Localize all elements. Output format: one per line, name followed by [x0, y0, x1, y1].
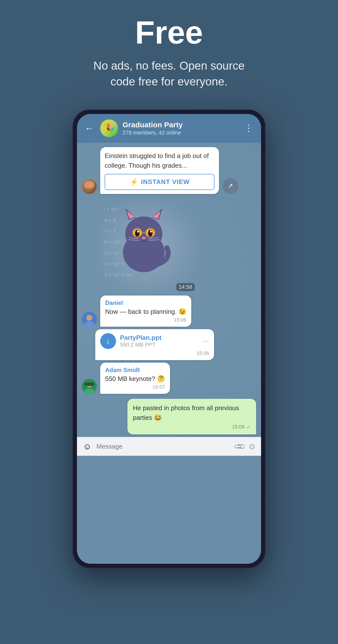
file-size: 550.2 MB PPT: [120, 342, 198, 348]
input-bar: ☺ 📎 ⊙: [77, 437, 261, 456]
page-wrapper: Free No ads, no fees. Open source code f…: [0, 0, 338, 644]
group-name: Graduation Party: [122, 121, 238, 129]
own-message-area: He pasted in photos from all previous pa…: [77, 396, 261, 437]
adam-message-row: Adam Smidt 550 MB keynote? 🤔 15:07: [77, 362, 261, 396]
file-name: PartyPlan.ppt: [120, 334, 198, 342]
sticker-time: 14:58: [176, 283, 195, 291]
iv-message-area: Einstein struggled to find a job out of …: [77, 143, 261, 196]
message-input[interactable]: [96, 443, 230, 450]
daniel-message-text: Now — back to planning. 😉: [105, 308, 186, 316]
group-avatar: 🎉: [100, 120, 118, 137]
iv-message-text: Einstein struggled to find a job out of …: [105, 151, 215, 170]
chat-body: Einstein struggled to find a job out of …: [77, 143, 261, 564]
file-time: 15:06: [100, 350, 209, 356]
adam-message-text: 550 MB keynote? 🤔: [105, 375, 165, 383]
camera-button[interactable]: ⊙: [249, 442, 255, 451]
sticker-area: l = πr² A = θ V = l³ P = 2πr A = πr² s =…: [77, 196, 261, 296]
back-button[interactable]: ←: [83, 122, 96, 134]
phone-shell: ← 🎉 Graduation Party 278 members, 42 onl…: [72, 110, 266, 568]
attach-button[interactable]: 📎: [233, 440, 246, 453]
file-more-button[interactable]: ⋯: [202, 336, 209, 345]
avatar-adam: [82, 379, 97, 394]
instant-view-button[interactable]: ⚡ INSTANT VIEW: [105, 174, 215, 190]
avatar-girl: [82, 179, 97, 194]
daniel-time: 15:06: [105, 317, 186, 323]
phone-inner: ← 🎉 Graduation Party 278 members, 42 onl…: [77, 114, 261, 564]
emoji-button[interactable]: ☺: [83, 442, 91, 451]
own-check-icon: ✓: [247, 424, 251, 430]
adam-bubble: Adam Smidt 550 MB keynote? 🤔 15:07: [100, 362, 170, 394]
svg-point-8: [135, 230, 140, 236]
own-message-bubble: He pasted in photos from all previous pa…: [127, 399, 256, 434]
instant-view-label: INSTANT VIEW: [141, 178, 190, 186]
cat-sticker-svg: [109, 201, 178, 276]
own-time: 15:08: [232, 424, 245, 430]
sticker-container: l = πr² A = θ V = l³ P = 2πr A = πr² s =…: [99, 199, 198, 293]
group-avatar-inner: 🎉: [100, 120, 118, 137]
adam-name: Adam Smidt: [105, 366, 165, 374]
adam-text: 550 MB keynote? 🤔: [105, 375, 165, 383]
file-message-bubble: ↓ PartyPlan.ppt 550.2 MB PPT ⋯ 15:06: [95, 329, 214, 360]
avatar-boy1-img: [82, 312, 97, 327]
lightning-icon: ⚡: [130, 178, 139, 186]
share-button[interactable]: ↗: [222, 178, 238, 194]
daniel-text: Now — back to planning. 😉: [105, 308, 186, 316]
hero-subtitle: No ads, no fees. Open source code free f…: [82, 58, 256, 90]
daniel-message-row: Daniel Now — back to planning. 😉 15:06: [77, 296, 261, 329]
avatar-adam-img: [82, 379, 97, 394]
svg-point-9: [148, 230, 153, 236]
adam-time: 15:07: [105, 384, 165, 390]
download-icon: ↓: [106, 337, 110, 345]
svg-rect-25: [84, 382, 94, 386]
file-download-button[interactable]: ↓: [100, 333, 116, 349]
svg-point-10: [137, 230, 139, 232]
svg-point-1: [125, 216, 162, 252]
file-info: PartyPlan.ppt 550.2 MB PPT: [120, 334, 198, 348]
avatar-girl-img: [82, 179, 97, 194]
avatar-boy1: [82, 312, 97, 327]
file-row: ↓ PartyPlan.ppt 550.2 MB PPT ⋯: [100, 333, 209, 349]
share-icon: ↗: [228, 182, 233, 190]
svg-point-11: [150, 230, 152, 232]
hero-title: Free: [135, 15, 203, 50]
daniel-bubble: Daniel Now — back to planning. 😉 15:06: [100, 296, 191, 327]
svg-point-15: [142, 237, 146, 239]
more-button[interactable]: ⋮: [242, 122, 255, 134]
iv-message-bubble: Einstein struggled to find a job out of …: [100, 147, 219, 194]
own-message-text: He pasted in photos from all previous pa…: [133, 403, 251, 422]
daniel-name: Daniel: [105, 300, 186, 306]
header-info: Graduation Party 278 members, 42 online: [122, 121, 238, 136]
group-meta: 278 members, 42 online: [122, 130, 238, 136]
chat-header: ← 🎉 Graduation Party 278 members, 42 onl…: [77, 114, 261, 143]
own-meta: 15:08 ✓: [133, 424, 251, 430]
svg-point-21: [86, 315, 92, 321]
